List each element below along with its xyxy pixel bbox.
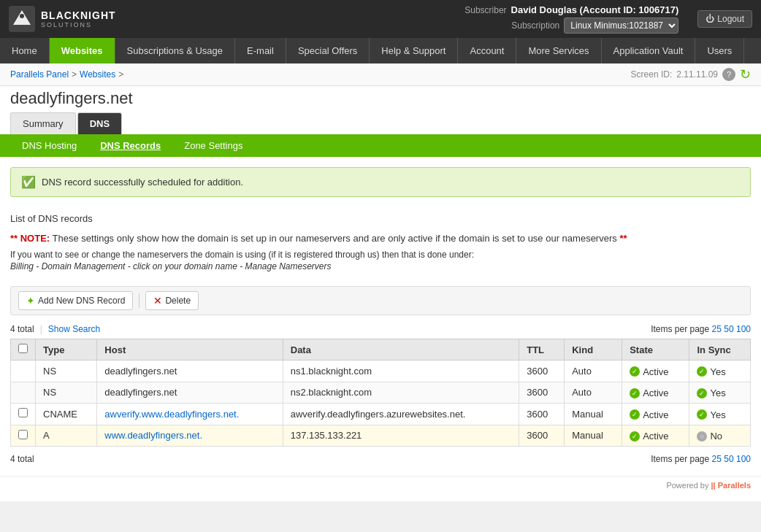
list-header: List of DNS records	[0, 207, 761, 230]
note-line2: If you want to see or change the nameser…	[10, 250, 751, 260]
success-icon: ✅	[21, 175, 36, 189]
row-kind: Manual	[565, 404, 622, 425]
page-title: deadlyfingers.net	[0, 86, 761, 112]
logo-icon	[9, 6, 35, 32]
row-data: awverify.deadlyfingers.azurewebsites.net…	[283, 404, 519, 425]
x-icon: ✕	[153, 295, 162, 307]
subscription-label: Subscription	[511, 20, 559, 31]
row-ttl: 3600	[519, 361, 565, 382]
dns-table: Type Host Data TTL Kind State In Sync NS…	[10, 339, 751, 447]
tabs: Summary DNS	[0, 112, 761, 134]
per-page-100[interactable]: 100	[736, 324, 751, 334]
nav-websites[interactable]: Websites	[50, 38, 115, 63]
sub-nav: DNS Hosting DNS Records Zone Settings	[0, 134, 761, 157]
note-box: ** NOTE: These settings only show how th…	[0, 230, 761, 279]
sync-dot: ✓	[697, 388, 707, 398]
row-checkbox[interactable]	[18, 430, 28, 439]
content-area: Parallels Panel > Websites > Screen ID: …	[0, 63, 761, 501]
row-type: NS	[36, 382, 97, 404]
bottom-total: 4 total	[10, 454, 34, 464]
row-kind: Manual	[565, 425, 622, 447]
header-ttl: TTL	[519, 339, 565, 361]
tab-dns[interactable]: DNS	[77, 112, 122, 134]
sync-dot: ✓	[697, 409, 707, 420]
row-checkbox[interactable]	[18, 408, 28, 417]
nav-special-offers[interactable]: Special Offers	[286, 38, 370, 63]
sync-dot-inactive: ○	[697, 431, 707, 442]
items-per-page-label: Items per page	[651, 324, 709, 334]
nav-help-support[interactable]: Help & Support	[370, 38, 458, 63]
delete-button[interactable]: ✕ Delete	[145, 291, 199, 310]
host-link[interactable]: www.deadlyfingers.net.	[104, 430, 202, 441]
top-bar: BLACKNIGHT SOLUTIONS Subscriber David Do…	[0, 0, 761, 38]
logo-text: BLACKNIGHT	[41, 9, 116, 21]
header-data: Data	[283, 339, 519, 361]
toolbar: ✦ Add New DNS Record ✕ Delete	[10, 286, 751, 315]
row-checkbox-cell	[11, 425, 36, 447]
powered-by: Powered by || Parallels	[0, 476, 761, 494]
nav-home[interactable]: Home	[0, 38, 50, 63]
table-row: NS deadlyfingers.net ns1.blacknight.com …	[11, 361, 751, 382]
per-page-50[interactable]: 50	[724, 324, 733, 334]
bottom-items-per-page-label: Items per page	[651, 454, 709, 464]
total-count: 4 total	[10, 324, 34, 334]
row-state: ✓ Active	[622, 382, 689, 404]
row-host: www.deadlyfingers.net.	[97, 425, 283, 447]
pagination-top: 4 total | Show Search Items per page 25 …	[0, 320, 761, 339]
row-checkbox-cell	[11, 404, 36, 425]
header-checkbox	[11, 339, 36, 361]
top-right: Subscriber David Douglas (Account ID: 10…	[464, 4, 752, 34]
screen-id-label: Screen ID:	[631, 69, 673, 80]
show-search-link[interactable]: Show Search	[48, 324, 100, 334]
bottom-per-page-100[interactable]: 100	[736, 454, 751, 464]
refresh-icon[interactable]: ↻	[740, 66, 751, 82]
success-text: DNS record successfully scheduled for ad…	[42, 177, 243, 188]
row-data: ns1.blacknight.com	[283, 361, 519, 382]
select-all-checkbox[interactable]	[18, 344, 28, 353]
breadcrumb-parallels[interactable]: Parallels Panel	[10, 69, 69, 80]
bottom-per-page-50[interactable]: 50	[724, 454, 733, 464]
nav-users[interactable]: Users	[695, 38, 744, 63]
breadcrumb-websites[interactable]: Websites	[80, 69, 115, 80]
nav-account[interactable]: Account	[458, 38, 516, 63]
row-in-sync: ✓ Yes	[689, 361, 751, 382]
row-type: NS	[36, 361, 97, 382]
help-icon[interactable]: ?	[722, 68, 735, 81]
subscriber-name: David Douglas (Account ID: 1006717)	[511, 4, 679, 15]
nav-more-services[interactable]: More Services	[516, 38, 601, 63]
per-page-25[interactable]: 25	[712, 324, 722, 334]
row-ttl: 3600	[519, 404, 565, 425]
logout-button[interactable]: ⏻ Logout	[697, 10, 752, 28]
row-type: CNAME	[36, 404, 97, 425]
screen-id-value: 2.11.11.09	[676, 69, 718, 80]
tab-summary[interactable]: Summary	[10, 112, 76, 134]
nav-application-vault[interactable]: Application Vault	[602, 38, 696, 63]
pagination-bottom: 4 total Items per page 25 50 100	[0, 447, 761, 476]
subnav-dns-hosting[interactable]: DNS Hosting	[10, 134, 88, 157]
host-link[interactable]: awverify.www.deadlyfingers.net.	[104, 409, 239, 420]
row-in-sync: ○ No	[689, 425, 751, 447]
row-data: ns2.blacknight.com	[283, 382, 519, 404]
note-line3: Billing - Domain Management - click on y…	[10, 261, 751, 271]
row-host: deadlyfingers.net	[97, 361, 283, 382]
logo: BLACKNIGHT SOLUTIONS	[9, 6, 116, 32]
subnav-dns-records[interactable]: DNS Records	[88, 134, 172, 157]
nav-email[interactable]: E-mail	[235, 38, 286, 63]
row-in-sync: ✓ Yes	[689, 404, 751, 425]
table-row: CNAME awverify.www.deadlyfingers.net. aw…	[11, 404, 751, 425]
nav-subscriptions[interactable]: Subscriptions & Usage	[115, 38, 236, 63]
main-nav: Home Websites Subscriptions & Usage E-ma…	[0, 38, 761, 63]
header-in-sync: In Sync	[689, 339, 751, 361]
row-state: ✓ Active	[622, 404, 689, 425]
add-dns-record-button[interactable]: ✦ Add New DNS Record	[18, 291, 133, 310]
subscription-select[interactable]: Linux Minimus:1021887	[564, 18, 678, 34]
row-checkbox-cell	[11, 382, 36, 404]
row-ttl: 3600	[519, 425, 565, 447]
plus-icon: ✦	[26, 295, 35, 307]
row-state: ✓ Active	[622, 361, 689, 382]
header-type: Type	[36, 339, 97, 361]
subnav-zone-settings[interactable]: Zone Settings	[172, 134, 254, 157]
bottom-per-page-25[interactable]: 25	[712, 454, 722, 464]
row-host: deadlyfingers.net	[97, 382, 283, 404]
row-kind: Auto	[565, 361, 622, 382]
